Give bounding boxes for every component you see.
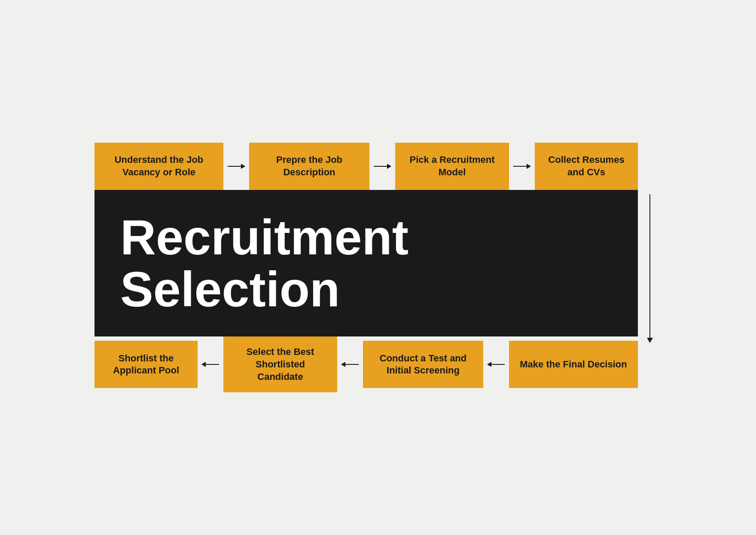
diagram: Understand the Job Vacancy or Role Prepr…	[94, 143, 662, 392]
arrow-3	[509, 166, 535, 167]
vertical-arrow	[647, 190, 653, 392]
step-conduct: Conduct a Test and Initial Screening	[363, 341, 483, 388]
title-line2: Selection	[120, 263, 612, 315]
step-understand: Understand the Job Vacancy or Role	[94, 143, 223, 190]
arrow-2	[369, 166, 395, 167]
step-select-best: Select the Best Shortlisted Candidate	[223, 336, 337, 392]
step-model: Pick a Recruitment Model	[395, 143, 509, 190]
title-line1: Recruitment	[120, 211, 612, 263]
step-collect: Collect Resumes and CVs	[535, 143, 638, 190]
step-shortlist: Shortlist the Applicant Pool	[94, 341, 198, 388]
arrow-8	[198, 364, 223, 365]
arrow-1	[223, 166, 249, 167]
step-final: Make the Final Decision	[509, 341, 638, 388]
step-prepre: Prepre the Job Description	[249, 143, 369, 190]
main-title-box: Recruitment Selection	[94, 190, 638, 337]
arrow-7	[337, 364, 363, 365]
arrow-6	[483, 364, 509, 365]
